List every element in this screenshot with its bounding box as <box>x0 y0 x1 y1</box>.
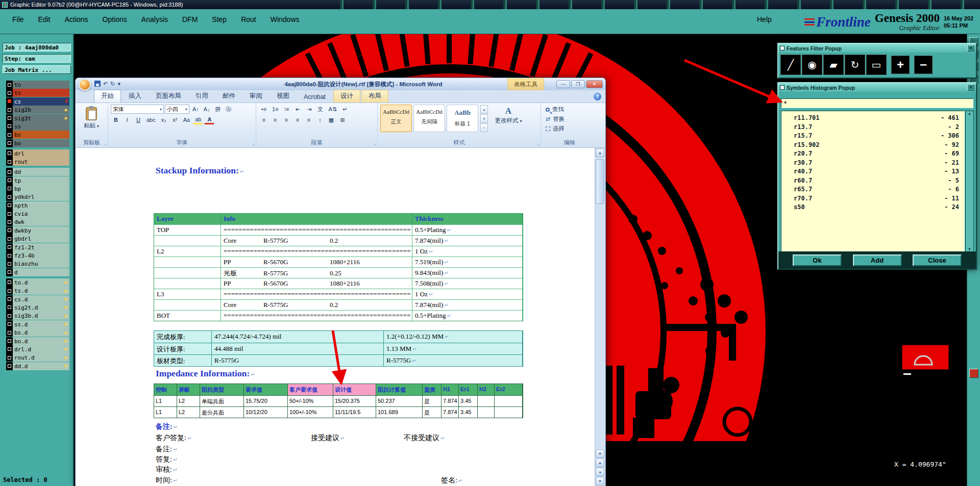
layer-name[interactable]: npth <box>13 201 63 210</box>
layer-name[interactable]: sig3b.d <box>13 312 63 320</box>
symbol-entry-r15.902[interactable]: r15.902- 92 <box>781 141 964 150</box>
layer-name[interactable]: fz3-4b <box>13 251 63 260</box>
features-filter-titlebar[interactable]: Features Filter Popup ✕ <box>778 44 976 53</box>
scroll-up-icon[interactable]: ▲ <box>596 148 604 157</box>
layer-visibility-checkbox[interactable] <box>6 226 13 235</box>
layer-visibility-checkbox[interactable] <box>6 235 13 243</box>
layer-row-fz3-4b[interactable]: fz3-4b <box>6 251 69 260</box>
style-正文[interactable]: AaBbCcDd正文 <box>380 105 412 132</box>
layer-visibility-checkbox[interactable] <box>6 328 13 337</box>
line-filter-icon[interactable]: ╱ <box>780 55 801 75</box>
layer-name[interactable]: bs.d <box>13 328 63 337</box>
font-name-combo[interactable]: 宋体▾ <box>111 105 164 114</box>
layer-visibility-checkbox[interactable] <box>6 106 13 114</box>
job-matrix-button[interactable]: Job Matrix ... <box>3 65 71 74</box>
layer-visibility-checkbox[interactable] <box>6 158 13 166</box>
layer-name[interactable]: gbdrl <box>13 235 63 243</box>
symbols-histogram-titlebar[interactable]: Symbols Histogram Popup ✕ <box>778 83 976 92</box>
layer-name[interactable]: bo <box>13 139 63 147</box>
layer-row-drl.d[interactable]: drl.d▶ <box>6 345 69 353</box>
layer-visibility-checkbox[interactable] <box>6 210 13 218</box>
bold-button[interactable]: B <box>111 115 121 124</box>
layer-name[interactable]: drl <box>13 149 63 158</box>
layer-name[interactable]: ss <box>13 122 63 131</box>
layer-visibility-checkbox[interactable] <box>6 303 13 312</box>
layer-name[interactable]: ts.d <box>13 287 63 295</box>
menu-actions[interactable]: Actions <box>65 15 88 23</box>
layer-name[interactable]: d <box>13 268 63 276</box>
ok-button[interactable]: Ok <box>793 254 842 266</box>
layer-name[interactable]: fz1-2t <box>13 243 63 251</box>
layer-name[interactable]: biaozhu <box>13 260 63 268</box>
distributed-button[interactable]: ≡ <box>304 115 314 124</box>
layer-visibility-checkbox[interactable] <box>6 149 13 158</box>
font-color-button[interactable]: A <box>204 115 214 124</box>
increase-indent-button[interactable]: ⇥ <box>304 105 314 114</box>
layer-visibility-checkbox[interactable] <box>6 122 13 131</box>
word-tab-插入[interactable]: 插入 <box>122 90 148 103</box>
underline-button[interactable]: U <box>133 115 143 124</box>
dialog-launcher-icon[interactable]: ⌟ <box>252 141 254 146</box>
layer-visibility-checkbox[interactable] <box>6 278 13 287</box>
layer-visibility-checkbox[interactable] <box>6 176 13 185</box>
style-标题 1[interactable]: AaBb标题 1 <box>447 105 478 132</box>
layer-visibility-checkbox[interactable] <box>6 320 13 328</box>
word-tab-设计[interactable]: 设计 <box>333 90 360 103</box>
shrink-font-button[interactable]: A↓ <box>202 105 212 114</box>
layer-row-bo[interactable]: bo <box>6 139 69 147</box>
number-list-button[interactable]: 1≡ <box>270 105 281 114</box>
paste-button[interactable]: 粘贴 ▾ <box>78 105 105 130</box>
asian-layout-button[interactable]: 文 <box>315 105 326 114</box>
menu-edit[interactable]: Edit <box>38 15 51 23</box>
borders-button[interactable]: ⊞ <box>337 115 348 124</box>
layer-name[interactable]: rout <box>13 158 63 166</box>
bullet-list-button[interactable]: •≡ <box>259 105 269 114</box>
replace-button[interactable]: 替换 <box>544 114 596 124</box>
layer-row-to.d[interactable]: to.d▶ <box>6 278 69 287</box>
layer-name[interactable]: to <box>13 81 63 89</box>
exclude-minus-button[interactable]: − <box>914 56 933 74</box>
layer-row-ss.d[interactable]: ss.d▶ <box>6 320 69 328</box>
layer-visibility-checkbox[interactable] <box>6 97 13 106</box>
layer-visibility-checkbox[interactable] <box>6 193 13 201</box>
layer-row-ts.d[interactable]: ts.d▶ <box>6 287 69 295</box>
arc-filter-icon[interactable]: ↻ <box>845 55 865 75</box>
layer-name[interactable]: dd <box>13 168 63 176</box>
quick-access-dropdown-icon[interactable]: ▾ <box>117 81 120 87</box>
style-scroll-down-icon[interactable]: ▾ <box>480 114 488 123</box>
menu-options[interactable]: Options <box>103 15 127 23</box>
justify-button[interactable]: ≡ <box>292 115 303 124</box>
layer-name[interactable]: tp <box>13 176 63 185</box>
menu-rout[interactable]: Rout <box>241 15 256 23</box>
menu-dfm[interactable]: DFM <box>182 15 198 23</box>
menu-file[interactable]: File <box>12 15 24 23</box>
subscript-button[interactable]: x₂ <box>159 115 169 124</box>
word-tab-引用[interactable]: 引用 <box>189 90 215 103</box>
layer-row-rout[interactable]: rout <box>6 158 69 166</box>
layer-row-to[interactable]: to <box>6 81 69 89</box>
layer-name[interactable]: ss.d <box>13 320 63 328</box>
line-spacing-button[interactable]: ↕ <box>315 115 325 124</box>
text-filter-icon[interactable]: ▭ <box>866 55 887 75</box>
layer-visibility-checkbox[interactable] <box>6 268 13 276</box>
font-size-combo[interactable]: 小四▾ <box>165 105 189 114</box>
layer-visibility-checkbox[interactable] <box>6 345 13 353</box>
dialog-launcher-icon[interactable]: ⌟ <box>104 141 106 146</box>
layer-row-sig3b.d[interactable]: sig3b.d▶ <box>6 312 69 320</box>
histogram-scrollbar[interactable]: ▲ ▼ <box>965 111 974 252</box>
layer-visibility-checkbox[interactable] <box>6 139 13 147</box>
layer-visibility-checkbox[interactable] <box>6 201 13 210</box>
layer-visibility-checkbox[interactable] <box>6 131 13 139</box>
layer-name[interactable]: ydkdrl <box>13 193 63 201</box>
layer-row-bp[interactable]: bp <box>6 185 69 193</box>
decrease-indent-button[interactable]: ⇤ <box>293 105 303 114</box>
symbol-entry-r13.7[interactable]: r13.7- 2 <box>781 123 964 133</box>
restore-button[interactable]: ❐ <box>571 80 585 88</box>
layer-row-tp[interactable]: tp <box>6 176 69 185</box>
layer-row-sig2b[interactable]: sig2b▶ <box>6 106 69 114</box>
layer-row-cs.d[interactable]: cs.d▶ <box>6 295 69 303</box>
layer-row-drl[interactable]: drl <box>6 149 69 158</box>
layer-visibility-checkbox[interactable] <box>6 312 13 320</box>
layer-row-cvia[interactable]: cvia <box>6 210 69 218</box>
layer-name[interactable]: cs.d <box>13 295 63 303</box>
